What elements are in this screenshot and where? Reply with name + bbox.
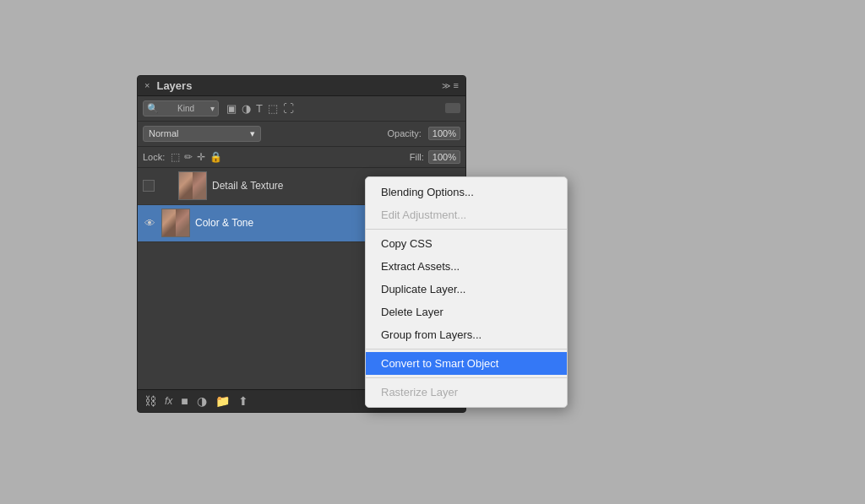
- menu-separator: [366, 377, 567, 378]
- layer-thumbnail: [178, 171, 207, 200]
- fill-value[interactable]: 100%: [428, 150, 460, 164]
- blend-mode-select[interactable]: Normal ▾: [143, 126, 261, 142]
- panel-menu-icon[interactable]: ≡: [454, 80, 459, 90]
- artboard-filter-icon[interactable]: ⛶: [283, 102, 294, 115]
- kind-label: Kind: [177, 104, 194, 113]
- lock-label: Lock:: [143, 152, 165, 162]
- menu-item-duplicate-layer[interactable]: Duplicate Layer...: [366, 278, 567, 301]
- collapse-icon[interactable]: ≫: [442, 81, 449, 90]
- menu-item-edit-adjustment: Edit Adjustment...: [366, 203, 567, 226]
- lock-icons: ⬚ ✏ ✛ 🔒: [171, 151, 222, 163]
- fill-label: Fill:: [410, 152, 424, 162]
- lock-row: Lock: ⬚ ✏ ✛ 🔒 Fill: 100%: [138, 147, 465, 168]
- lock-all-icon[interactable]: 🔒: [209, 151, 222, 163]
- opacity-value[interactable]: 100%: [428, 127, 460, 140]
- lock-pixels-icon[interactable]: ⬚: [171, 151, 180, 163]
- mask-icon[interactable]: ◑: [197, 394, 207, 408]
- menu-separator: [366, 229, 567, 230]
- panel-title: Layers: [156, 79, 441, 92]
- link-icon[interactable]: ⛓: [144, 394, 156, 408]
- menu-item-blending-options[interactable]: Blending Options...: [366, 181, 567, 203]
- menu-item-copy-css[interactable]: Copy CSS: [366, 232, 567, 255]
- group-icon[interactable]: 📁: [215, 394, 230, 408]
- new-layer-icon[interactable]: ⬆: [238, 394, 248, 408]
- menu-item-group-from-layers[interactable]: Group from Layers...: [366, 323, 567, 346]
- menu-item-convert-smart-object[interactable]: Convert to Smart Object: [366, 352, 567, 375]
- menu-item-delete-layer[interactable]: Delete Layer: [366, 301, 567, 323]
- layer-style-icon[interactable]: ■: [181, 394, 188, 408]
- shape-filter-icon[interactable]: ⬚: [268, 102, 278, 115]
- menu-item-rasterize-layer: Rasterize Layer: [366, 381, 567, 404]
- blend-row: Normal ▾ Opacity: 100%: [138, 122, 465, 147]
- close-icon[interactable]: ×: [144, 80, 150, 90]
- menu-separator: [366, 349, 567, 350]
- blend-mode-value: Normal: [149, 128, 178, 138]
- filter-icons: ▣ ◑ T ⬚ ⛶: [226, 102, 294, 115]
- menu-item-extract-assets[interactable]: Extract Assets...: [366, 255, 567, 278]
- visibility-icon[interactable]: 👁: [143, 217, 156, 230]
- kind-select[interactable]: 🔍 Kind ▾: [143, 100, 219, 117]
- lock-paint-icon[interactable]: ✏: [184, 151, 193, 163]
- blend-mode-chevron: ▾: [250, 128, 255, 139]
- text-filter-icon[interactable]: T: [256, 102, 263, 115]
- kind-chevron: ▾: [210, 104, 215, 113]
- context-menu: Blending Options... Edit Adjustment... C…: [365, 176, 568, 408]
- layer-checkbox[interactable]: [143, 180, 155, 192]
- layer-thumbnail: [161, 209, 190, 237]
- panel-titlebar: × Layers ≫ ≡: [138, 76, 465, 96]
- image-filter-icon[interactable]: ▣: [226, 102, 237, 115]
- filter-row: 🔍 Kind ▾ ▣ ◑ T ⬚ ⛶: [138, 96, 465, 122]
- adjustment-filter-icon[interactable]: ◑: [242, 102, 251, 115]
- opacity-label: Opacity:: [388, 128, 422, 138]
- lock-move-icon[interactable]: ✛: [197, 151, 205, 163]
- filter-toggle[interactable]: [445, 103, 460, 113]
- fx-icon[interactable]: fx: [165, 395, 172, 407]
